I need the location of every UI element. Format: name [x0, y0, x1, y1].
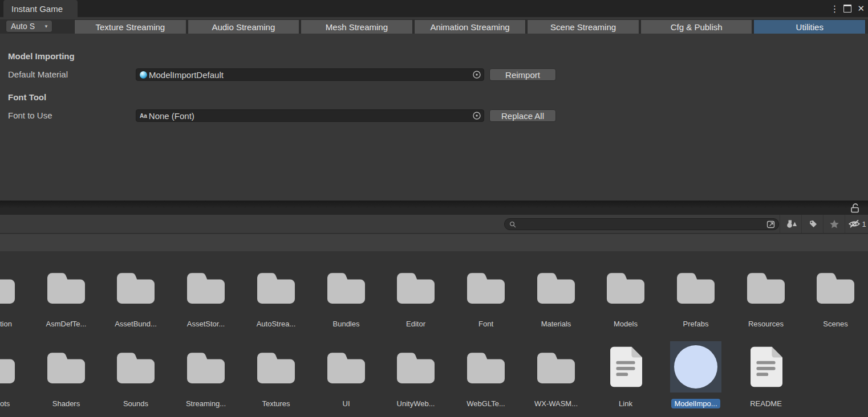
- favorites-button[interactable]: [823, 215, 845, 233]
- tag-icon: [808, 219, 818, 229]
- font-to-use-field[interactable]: Aa None (Font): [136, 109, 484, 122]
- object-picker-icon[interactable]: [472, 111, 481, 120]
- replace-all-button[interactable]: Replace All: [489, 109, 556, 122]
- section-header-font-tool: Font Tool: [8, 92, 46, 102]
- asset-item-folder[interactable]: AssetStor...: [171, 261, 241, 329]
- instant-game-window: Instant Game ⋮ ✕ Auto S ▼ Texture Stream…: [0, 0, 868, 201]
- asset-label: Editor: [403, 319, 428, 329]
- asset-item-folder[interactable]: Sounds: [101, 341, 171, 408]
- object-picker-icon[interactable]: [472, 70, 481, 79]
- chevron-down-icon: ▼: [44, 24, 48, 29]
- maximize-icon[interactable]: [843, 5, 851, 13]
- document-icon: [609, 341, 642, 393]
- tab-mesh-streaming[interactable]: Mesh Streaming: [301, 19, 413, 34]
- asset-grid-row: tionAsmDefTe...AssetBund...AssetStor...A…: [0, 261, 868, 341]
- reimport-button[interactable]: Reimport: [489, 68, 556, 81]
- asset-item-folder[interactable]: Resources: [731, 261, 801, 329]
- panel-menu-icon-clipped[interactable]: ⋮: [866, 203, 868, 213]
- asset-label: Streaming...: [183, 399, 229, 408]
- close-icon[interactable]: ✕: [857, 3, 865, 14]
- folder-icon: [117, 341, 155, 393]
- folder-icon: [537, 261, 575, 313]
- asset-label: ots: [0, 399, 10, 408]
- asset-item-folder[interactable]: Editor: [381, 261, 451, 329]
- default-material-label: Default Material: [8, 68, 68, 81]
- asset-item-document[interactable]: README: [731, 341, 801, 408]
- hidden-count-toggle[interactable]: 1: [845, 215, 868, 233]
- star-icon: [829, 219, 839, 229]
- folder-icon: [327, 261, 365, 313]
- asset-item-folder[interactable]: WebGLTe...: [451, 341, 521, 408]
- folder-icon: [257, 341, 295, 393]
- asset-label: WebGLTe...: [464, 399, 508, 408]
- open-search-window-icon[interactable]: [766, 219, 776, 230]
- material-thumbnail: [670, 341, 721, 393]
- folder-icon: [117, 261, 155, 313]
- folder-icon: [817, 261, 854, 313]
- auto-sync-dropdown[interactable]: Auto S ▼: [6, 20, 52, 32]
- asset-grid: tionAsmDefTe...AssetBund...AssetStor...A…: [0, 251, 868, 417]
- material-thumbnail-box: [670, 341, 721, 393]
- asset-item-folder[interactable]: Streaming...: [171, 341, 241, 408]
- asset-label: Font: [476, 319, 496, 329]
- font-to-use-label: Font to Use: [8, 109, 52, 122]
- folder-icon: [187, 261, 225, 313]
- asset-item-document[interactable]: Link: [591, 341, 660, 408]
- window-menu-icon[interactable]: ⋮: [830, 3, 838, 14]
- asset-label: Scenes: [820, 319, 850, 329]
- asset-item-folder[interactable]: Models: [591, 261, 660, 329]
- asset-item-folder[interactable]: UI: [311, 341, 381, 408]
- filter-by-label-button[interactable]: [801, 215, 824, 233]
- project-toolbar: 1: [0, 215, 868, 234]
- asset-label: AutoStrea...: [254, 319, 299, 329]
- asset-item-folder[interactable]: WX-WASM...: [521, 341, 591, 408]
- asset-item-material[interactable]: ModelImpo...: [661, 341, 731, 408]
- asset-item-folder[interactable]: AssetBund...: [101, 261, 171, 329]
- asset-label: Shaders: [50, 399, 83, 408]
- tab-toolbar: Auto S ▼ Texture StreamingAudio Streamin…: [0, 19, 868, 34]
- asset-item-folder[interactable]: AsmDefTe...: [31, 261, 101, 329]
- asset-item-folder[interactable]: AutoStrea...: [241, 261, 311, 329]
- tab-animation-streaming[interactable]: Animation Streaming: [414, 19, 526, 34]
- eye-slash-icon: [847, 219, 861, 229]
- asset-item-folder[interactable]: Scenes: [801, 261, 868, 329]
- asset-label: Link: [616, 399, 635, 408]
- search-field[interactable]: [504, 218, 779, 230]
- asset-item-folder[interactable]: UnityWeb...: [381, 341, 451, 408]
- asset-label: WX-WASM...: [532, 399, 581, 408]
- window-titlebar: Instant Game ⋮ ✕: [0, 0, 868, 17]
- search-input[interactable]: [516, 219, 766, 229]
- tab-utilities[interactable]: Utilities: [753, 19, 866, 34]
- asset-label: Bundles: [330, 319, 363, 329]
- asset-item-folder[interactable]: Prefabs: [661, 261, 731, 329]
- asset-label: Materials: [538, 319, 574, 329]
- asset-item-folder[interactable]: Materials: [521, 261, 591, 329]
- default-material-field[interactable]: ModelImportDefault: [136, 68, 484, 81]
- folder-icon: [47, 341, 85, 393]
- tab-scene-streaming[interactable]: Scene Streaming: [527, 19, 639, 34]
- hidden-count: 1: [862, 220, 866, 228]
- default-material-value: ModelImportDefault: [149, 70, 224, 80]
- asset-label: Sounds: [120, 399, 151, 408]
- tab-cfg-publish[interactable]: Cfg & Publish: [640, 19, 753, 34]
- folder-icon: [257, 261, 295, 313]
- window-title-tab[interactable]: Instant Game: [3, 0, 78, 17]
- tab-audio-streaming[interactable]: Audio Streaming: [188, 19, 300, 34]
- folder-icon: [607, 261, 644, 313]
- asset-item-folder[interactable]: Shaders: [31, 341, 101, 408]
- project-header-band: ⋮: [0, 201, 868, 215]
- folder-icon: [0, 261, 15, 313]
- folder-icon: [677, 261, 715, 313]
- asset-item-folder[interactable]: Font: [451, 261, 521, 329]
- asset-item-folder[interactable]: Bundles: [311, 261, 381, 329]
- lock-open-icon[interactable]: [850, 203, 860, 213]
- tab-texture-streaming[interactable]: Texture Streaming: [74, 19, 186, 34]
- filter-by-type-button[interactable]: [780, 215, 802, 233]
- section-header-model-importing: Model Importing: [8, 51, 75, 61]
- folder-icon: [537, 341, 575, 393]
- asset-label: Textures: [259, 399, 293, 408]
- asset-item-folder[interactable]: Textures: [241, 341, 311, 408]
- asset-label: UI: [340, 399, 353, 408]
- folder-icon: [47, 261, 85, 313]
- folder-icon: [397, 261, 435, 313]
